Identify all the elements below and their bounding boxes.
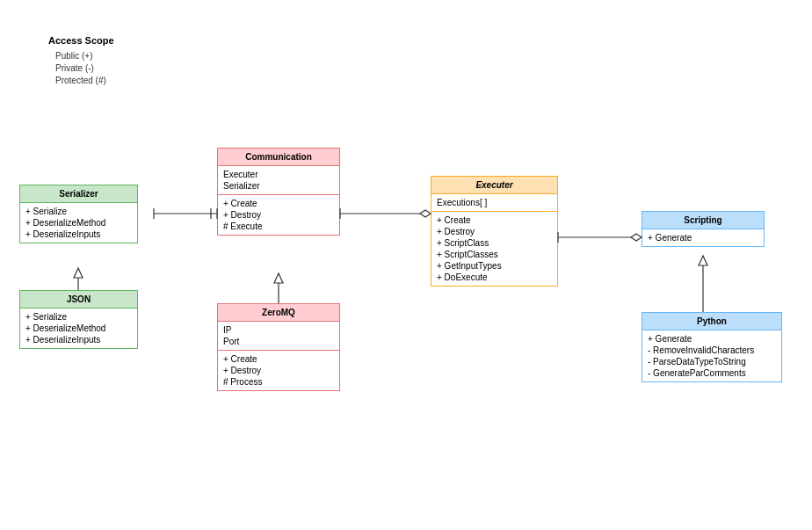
class-executer-methods: + Create + Destroy + ScriptClass + Scrip… [431, 212, 557, 286]
class-communication-attrs: Executer Serializer [218, 166, 339, 195]
class-communication-header: Communication [218, 149, 339, 166]
class-json-methods: + Serialize + DeserializeMethod + Deseri… [20, 309, 137, 348]
class-python-header: Python [642, 313, 781, 330]
svg-marker-18 [699, 256, 707, 265]
class-communication-methods: + Create + Destroy # Execute [218, 195, 339, 235]
class-scripting-methods: + Generate [642, 229, 764, 246]
class-serializer-methods: + Serialize + DeserializeMethod + Deseri… [20, 203, 137, 243]
legend: Access Scope Public (+) Private (-) Prot… [48, 35, 114, 88]
svg-marker-13 [420, 210, 431, 217]
class-zeromq-methods: + Create + Destroy # Process [218, 351, 339, 390]
legend-item-protected: Protected (#) [48, 76, 114, 85]
legend-item-public: Public (+) [48, 51, 114, 61]
class-python: Python + Generate - RemoveInvalidCharact… [642, 312, 782, 382]
class-zeromq-attrs: IP Port [218, 322, 339, 351]
class-executer-attrs: Executions[ ] [431, 194, 557, 212]
class-zeromq: ZeroMQ IP Port + Create + Destroy # Proc… [217, 303, 340, 391]
class-communication: Communication Executer Serializer + Crea… [217, 148, 340, 236]
class-serializer-header: Serializer [20, 185, 137, 203]
class-json-header: JSON [20, 291, 137, 309]
svg-marker-6 [274, 273, 283, 283]
class-zeromq-header: ZeroMQ [218, 304, 339, 322]
class-scripting-header: Scripting [642, 212, 764, 229]
legend-item-private: Private (-) [48, 63, 114, 73]
class-json: JSON + Serialize + DeserializeMethod + D… [19, 290, 138, 349]
class-executer-header: Executer [431, 177, 557, 194]
class-serializer: Serializer + Serialize + DeserializeMeth… [19, 185, 138, 243]
class-scripting: Scripting + Generate [642, 211, 765, 247]
class-executer: Executer Executions[ ] + Create + Destro… [431, 176, 558, 287]
connections-svg [0, 0, 812, 530]
svg-marker-4 [74, 268, 83, 278]
svg-marker-16 [631, 234, 642, 241]
legend-title: Access Scope [48, 35, 114, 46]
class-python-methods: + Generate - RemoveInvalidCharacters - P… [642, 330, 781, 381]
